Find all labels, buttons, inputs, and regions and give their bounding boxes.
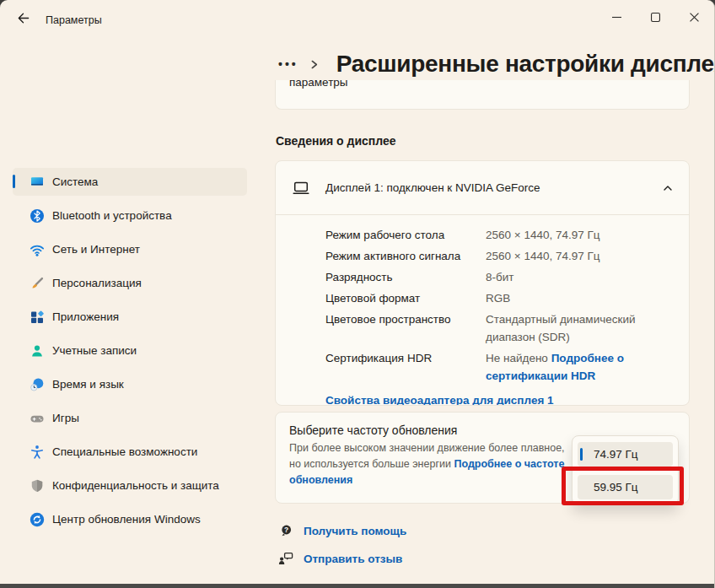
sidebar: Система Bluetooth и устройства [0, 37, 270, 584]
sidebar-item-privacy[interactable]: Конфиденциальность и защита [13, 472, 247, 499]
back-button[interactable] [10, 8, 35, 30]
page-title: Расширенные настройки дисплея [336, 51, 715, 78]
sidebar-item-label: Сеть и Интернет [52, 243, 140, 256]
info-row-color-format: Цветовой формат RGB [325, 288, 665, 309]
system-icon [30, 175, 45, 190]
time-language-icon [30, 377, 45, 392]
sidebar-item-time-language[interactable]: Время и язык [13, 370, 247, 398]
sidebar-item-label: Время и язык [52, 378, 124, 391]
display-card-body: Режим рабочего стола 2560 × 1440, 74.97 … [276, 215, 689, 406]
maximize-icon [651, 12, 660, 24]
sidebar-item-label: Специальные возможности [52, 445, 197, 458]
apps-icon [30, 310, 45, 325]
get-help-label: Получить помощь [304, 525, 406, 537]
gaming-icon [30, 411, 45, 426]
sidebar-item-accounts[interactable]: Учетные записи [13, 337, 247, 364]
sidebar-item-network[interactable]: Сеть и Интернет [13, 235, 247, 263]
hdr-status: Не найдено [486, 352, 548, 364]
info-label: Режим рабочего стола [325, 224, 486, 245]
display-info-card: Дисплей 1: подключен к NVIDIA GeForce Ре… [275, 160, 690, 406]
info-label: Разрядность [325, 267, 486, 288]
sidebar-item-system[interactable]: Система [13, 168, 247, 196]
dropdown-option-label: 74.97 Гц [594, 448, 638, 461]
clipped-card-text: параметры [289, 80, 689, 89]
info-row-hdr-certification: Сертификация HDR Не найдено Подробнее о … [325, 348, 665, 386]
info-row-active-signal: Режим активного сигнала 2560 × 1440, 74.… [325, 245, 665, 267]
personalization-icon [30, 276, 45, 291]
help-icon: ? [278, 523, 293, 538]
sidebar-item-accessibility[interactable]: Специальные возможности [13, 438, 247, 466]
sidebar-item-label: Bluetooth и устройства [52, 209, 172, 222]
network-icon [30, 242, 45, 257]
info-value: Стандартный динамический диапазон (SDR) [486, 310, 665, 346]
sidebar-item-label: Игры [52, 412, 79, 424]
chevron-up-icon[interactable] [662, 182, 674, 194]
sidebar-item-personalization[interactable]: Персонализация [13, 269, 247, 297]
info-row-color-space: Цветовое пространство Стандартный динами… [325, 309, 665, 348]
settings-window: Параметры Система [0, 0, 715, 588]
display-icon [293, 180, 309, 197]
selection-indicator [13, 175, 15, 188]
windows-update-icon [30, 512, 45, 527]
sidebar-item-apps[interactable]: Приложения [13, 303, 247, 331]
bluetooth-icon [30, 208, 45, 224]
close-icon [690, 12, 699, 24]
refresh-rate-description: При более высоком значении движение боле… [289, 440, 573, 488]
sidebar-item-label: Приложения [52, 310, 119, 323]
info-value: 2560 × 1440, 74.97 Гц [486, 224, 665, 245]
window-controls [597, 0, 713, 35]
info-row-desktop-mode: Режим рабочего стола 2560 × 1440, 74.97 … [325, 224, 665, 245]
sidebar-item-label: Центр обновления Windows [52, 513, 201, 526]
send-feedback-link[interactable]: Отправить отзыв [278, 551, 402, 566]
dropdown-option-74-97[interactable]: 74.97 Гц [578, 442, 673, 467]
sidebar-item-gaming[interactable]: Игры [13, 404, 247, 432]
titlebar: Параметры [0, 0, 714, 37]
sidebar-item-bluetooth[interactable]: Bluetooth и устройства [13, 202, 247, 229]
info-value: RGB [486, 288, 665, 309]
sidebar-item-label: Учетные записи [52, 344, 137, 357]
chevron-right-icon [309, 59, 320, 70]
screen-edge [0, 584, 714, 588]
back-arrow-icon [16, 11, 30, 28]
annotation-highlight-box [562, 467, 684, 505]
sidebar-item-windows-update[interactable]: Центр обновления Windows [13, 505, 247, 533]
option-selection-indicator [580, 448, 583, 461]
breadcrumb-ellipsis-button[interactable]: ••• [278, 60, 298, 68]
feedback-icon [278, 551, 293, 566]
info-label: Цветовое пространство [325, 310, 486, 346]
display-card-header[interactable]: Дисплей 1: подключен к NVIDIA GeForce [276, 161, 689, 215]
app-title: Параметры [46, 14, 102, 26]
adapter-properties-link[interactable]: Свойства видеоадаптера для дисплея 1 [325, 394, 554, 406]
section-title: Сведения о дисплее [276, 134, 396, 148]
info-value: 8-бит [486, 267, 665, 288]
minimize-icon [612, 12, 621, 24]
sidebar-item-label: Конфиденциальность и защита [52, 479, 219, 492]
get-help-link[interactable]: ? Получить помощь [278, 523, 406, 538]
accounts-icon [30, 343, 45, 359]
info-value: Не найдено Подробнее о сертификации HDR [486, 349, 665, 385]
sidebar-item-label: Система [52, 175, 98, 188]
breadcrumb: ••• Расширенные настройки дисплея [278, 48, 715, 80]
minimize-button[interactable] [597, 0, 636, 35]
display-card-title: Дисплей 1: подключен к NVIDIA GeForce [325, 181, 540, 194]
maximize-button[interactable] [636, 0, 675, 35]
info-label: Режим активного сигнала [325, 245, 486, 267]
privacy-icon [30, 478, 45, 494]
info-row-bit-depth: Разрядность 8-бит [325, 267, 665, 288]
info-value: 2560 × 1440, 74.97 Гц [486, 245, 665, 267]
close-button[interactable] [675, 0, 713, 35]
clipped-settings-card[interactable]: параметры [275, 80, 690, 110]
svg-text:?: ? [284, 526, 288, 534]
accessibility-icon [30, 445, 45, 460]
send-feedback-label: Отправить отзыв [304, 553, 402, 565]
info-label: Сертификация HDR [325, 349, 486, 385]
sidebar-item-label: Персонализация [52, 277, 142, 289]
info-label: Цветовой формат [325, 288, 486, 309]
